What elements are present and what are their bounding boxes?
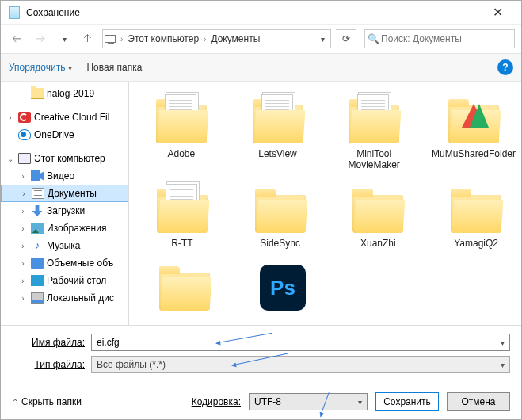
sidebar-item-9[interactable]: ›Объемные объ	[1, 254, 128, 272]
search-box[interactable]: 🔍	[364, 29, 515, 48]
folder-item[interactable]: R-TT	[145, 187, 219, 249]
folder-item[interactable]	[145, 265, 224, 315]
breadcrumb-current[interactable]: Документы	[209, 33, 261, 44]
desk-icon	[31, 275, 44, 286]
sidebar-item-1[interactable]: ›Creative Cloud Fil	[1, 109, 128, 126]
folder-icon	[346, 97, 402, 143]
twist-icon[interactable]: ›	[18, 207, 28, 216]
footer: ⌃ Скрыть папки Кодировка: UTF-8 ▾ Сохран…	[1, 384, 521, 419]
encoding-value: UTF-8	[254, 396, 281, 407]
folder-item[interactable]: YamagiQ2	[439, 187, 513, 249]
encoding-combo[interactable]: UTF-8 ▾	[249, 393, 368, 410]
dl-icon	[31, 205, 44, 216]
folder-item[interactable]: MiniTool MovieMaker	[337, 97, 410, 171]
search-input[interactable]	[381, 33, 514, 44]
sidebar-item-4[interactable]: ›Видео	[1, 167, 128, 185]
folder-icon	[350, 187, 406, 233]
folder-label: Adobe	[167, 148, 195, 159]
organize-button[interactable]: Упорядочить▾	[9, 62, 72, 73]
cancel-button[interactable]: Отмена	[447, 392, 510, 411]
sidebar-item-label: Рабочий стол	[47, 275, 106, 286]
pc-icon	[105, 35, 116, 43]
help-icon[interactable]: ?	[497, 59, 513, 75]
folder-icon	[448, 187, 504, 233]
close-icon[interactable]: ✕	[482, 5, 513, 20]
disk-icon	[31, 292, 44, 304]
folder-icon	[31, 88, 44, 99]
sidebar-item-label: Локальный дис	[47, 292, 114, 304]
photoshop-icon: Ps	[260, 265, 315, 311]
cc-icon	[18, 112, 31, 123]
filename-input-wrap[interactable]: ▾	[91, 334, 510, 351]
filetype-value: Все файлы (*.*)	[97, 359, 166, 370]
new-folder-button[interactable]: Новая папка	[86, 62, 142, 73]
hide-folders-button[interactable]: ⌃ Скрыть папки	[12, 396, 82, 407]
breadcrumb-root[interactable]: Этот компьютер	[126, 33, 200, 44]
chevron-right-icon: ›	[200, 35, 209, 44]
filetype-combo[interactable]: Все файлы (*.*) ▾	[91, 356, 510, 373]
sidebar-item-label: Creative Cloud Fil	[34, 112, 109, 123]
twist-icon[interactable]: ›	[18, 224, 28, 233]
folder-label: MuMuSharedFolder	[432, 148, 516, 159]
img-icon	[31, 223, 44, 234]
twist-icon[interactable]: ›	[6, 113, 15, 122]
twist-icon[interactable]: ›	[19, 189, 29, 198]
folder-item[interactable]: Adobe	[145, 97, 218, 171]
twist-icon[interactable]: ›	[18, 294, 28, 303]
refresh-button[interactable]: ⟳	[336, 29, 356, 48]
sidebar-item-0[interactable]: nalog-2019	[1, 85, 128, 102]
annotation-arrow	[321, 392, 330, 415]
sidebar-item-label: Изображения	[47, 223, 106, 234]
folder-icon	[154, 187, 210, 233]
twist-icon[interactable]: ⌄	[6, 155, 15, 163]
folder-label: YamagiQ2	[454, 238, 498, 249]
folder-item[interactable]: SideSync	[243, 187, 318, 249]
twist-icon[interactable]: ›	[18, 172, 28, 181]
toolbar: Упорядочить▾ Новая папка ?	[1, 53, 521, 82]
folder-item[interactable]: Ps	[248, 265, 327, 315]
chevron-down-icon[interactable]: ▾	[314, 35, 330, 44]
forward-button[interactable]: 🡢	[31, 29, 50, 48]
folder-item[interactable]: LetsView	[242, 97, 314, 171]
pc-icon	[18, 153, 31, 164]
nav-row: 🡠 🡢 ▾ 🡡 › Этот компьютер › Документы ▾ ⟳…	[1, 25, 521, 53]
chevron-down-icon[interactable]: ▾	[501, 338, 505, 347]
filename-label: Имя файла:	[12, 337, 91, 348]
3d-icon	[31, 258, 44, 269]
doc-icon	[32, 188, 44, 199]
sidebar-item-label: Загрузки	[47, 205, 85, 216]
folder-icon	[154, 97, 209, 143]
sidebar-item-label: Этот компьютер	[34, 153, 105, 164]
chevron-down-icon: ▾	[501, 361, 505, 369]
sidebar-item-10[interactable]: ›Рабочий стол	[1, 272, 128, 289]
twist-icon[interactable]: ›	[18, 242, 28, 250]
sidebar-item-3[interactable]: ⌄Этот компьютер	[1, 150, 128, 167]
sidebar-item-5[interactable]: ›Документы	[1, 185, 128, 202]
chevron-down-icon: ⌃	[12, 398, 18, 407]
folder-icon	[446, 97, 501, 143]
twist-icon[interactable]: ›	[18, 259, 28, 268]
form-area: Имя файла: ▾ Тип файла: Все файлы (*.*) …	[1, 325, 521, 384]
folder-item[interactable]: MuMuSharedFolder	[434, 97, 513, 171]
back-button[interactable]: 🡠	[7, 29, 26, 48]
titlebar: Сохранение ✕	[1, 1, 521, 25]
sidebar-item-7[interactable]: ›Изображения	[1, 220, 128, 237]
sidebar-item-6[interactable]: ›Загрузки	[1, 202, 128, 220]
chevron-right-icon: ›	[117, 35, 126, 44]
chevron-down-icon: ▾	[358, 398, 362, 407]
breadcrumb[interactable]: › Этот компьютер › Документы ▾	[102, 29, 331, 48]
search-icon: 🔍	[365, 33, 381, 44]
filename-input[interactable]	[97, 337, 501, 348]
folder-label: LetsView	[258, 148, 296, 159]
twist-icon[interactable]: ›	[18, 277, 28, 285]
app-icon	[9, 6, 20, 19]
folder-item[interactable]: XuanZhi	[341, 187, 416, 249]
recent-dropdown[interactable]: ▾	[55, 29, 74, 48]
mus-icon: ♪	[31, 240, 44, 251]
sidebar: nalog-2019›Creative Cloud FilOneDrive⌄Эт…	[1, 82, 129, 325]
sidebar-item-11[interactable]: ›Локальный дис	[1, 289, 128, 307]
sidebar-item-8[interactable]: ›♪Музыка	[1, 237, 128, 254]
save-button[interactable]: Сохранить	[375, 392, 439, 411]
sidebar-item-2[interactable]: OneDrive	[1, 126, 128, 143]
up-button[interactable]: 🡡	[78, 29, 97, 48]
